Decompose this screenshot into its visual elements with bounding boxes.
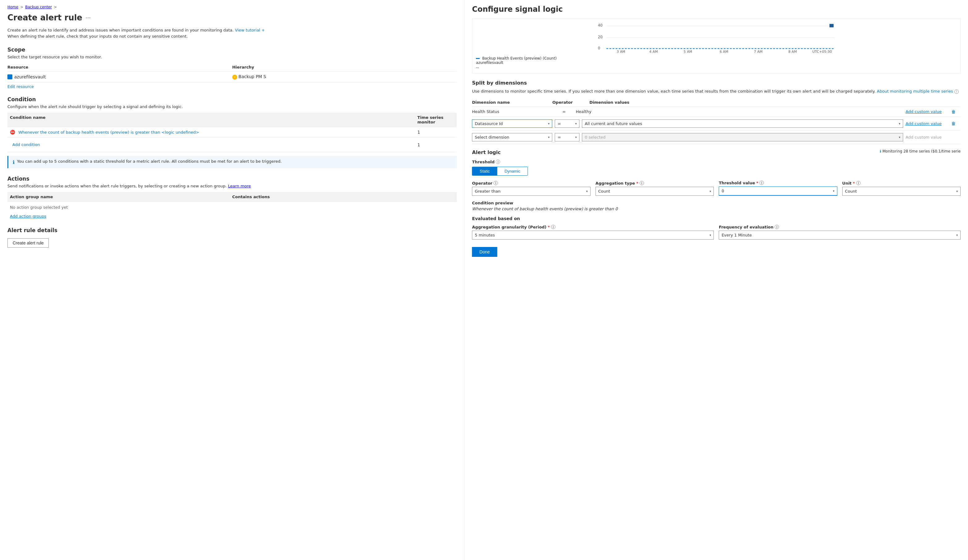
add-action-groups-link[interactable]: Add action groups [7, 213, 49, 220]
page-title: Create alert rule [7, 13, 82, 22]
unit-chevron: ▾ [956, 190, 958, 193]
breadcrumb: Home > Backup center > [7, 5, 457, 9]
aggregation-type-label: Aggregation type * i [595, 181, 714, 185]
freq-evaluation-select[interactable]: Every 1 Minute ▾ [719, 231, 961, 240]
alert-logic-section: Alert logic ℹ Monitoring 28 time series … [472, 149, 961, 257]
breadcrumb-sep1: > [20, 5, 23, 9]
aggregation-type-select[interactable]: Count ▾ [595, 187, 714, 196]
agg-gran-info-icon[interactable]: i [551, 225, 555, 229]
hierarchy-icon: ⚡ [232, 75, 237, 80]
threshold-value-input[interactable]: 0 ▾ [719, 187, 837, 196]
learn-more-link[interactable]: Learn more [228, 184, 251, 188]
add-condition-link[interactable]: Add condition [10, 140, 417, 149]
unit-group: Unit * i Count ▾ [842, 181, 961, 196]
health-status-operator: = [555, 109, 573, 114]
chart-legend: Backup Health Events (preview) (Count) a… [476, 56, 956, 65]
dim-row-health-status: Health Status = Healthy Add custom value… [472, 107, 961, 117]
dim-header-values: Dimension values [589, 100, 961, 105]
condition-section: Condition Configure when the alert rule … [7, 96, 457, 168]
left-panel: Home > Backup center > Create alert rule… [0, 0, 464, 560]
split-by-dimensions: Split by dimensions Use dimensions to mo… [472, 80, 961, 144]
dynamic-toggle-btn[interactable]: Dynamic [497, 167, 528, 175]
operator-select[interactable]: Greater than ▾ [472, 187, 590, 196]
unit-select[interactable]: Count ▾ [842, 187, 961, 196]
datasource-value-select[interactable]: All current and future values ▾ [582, 119, 903, 128]
datasource-operator-select[interactable]: = ▾ [555, 119, 579, 128]
datasource-dim-select[interactable]: Datasource Id ▾ [472, 119, 552, 128]
freq-evaluation-group: Frequency of evaluation i Every 1 Minute… [719, 225, 961, 240]
freq-evaluation-label: Frequency of evaluation i [719, 225, 961, 230]
datasource-add-custom-link[interactable]: Add custom value [906, 121, 949, 126]
svg-text:7 AM: 7 AM [754, 50, 762, 53]
no-action-text: No action group selected yet [7, 202, 457, 213]
threshold-info-icon[interactable]: i [496, 160, 500, 164]
unit-label: Unit * i [842, 181, 961, 185]
thresh-info-icon[interactable]: i [759, 181, 764, 185]
freq-info-icon[interactable]: i [775, 225, 779, 229]
condition-link[interactable]: Whenever the count of backup health even… [18, 130, 199, 135]
condition-preview-text: Whenever the count of backup health even… [472, 206, 961, 211]
agg-granularity-select[interactable]: 5 minutes ▾ [472, 231, 714, 240]
actions-title: Actions [7, 176, 457, 182]
right-panel-title: Configure signal logic [472, 5, 961, 13]
threshold-value-text: 0 [721, 188, 830, 193]
operator-info-icon[interactable]: i [494, 181, 498, 185]
actions-section: Actions Send notifications or invoke act… [7, 176, 457, 220]
page-title-row: Create alert rule ··· [7, 13, 457, 22]
info-icon: ℹ [13, 159, 15, 165]
done-button[interactable]: Done [472, 247, 497, 257]
agg-gran-chevron: ▾ [709, 233, 711, 237]
condition-header-monitor: Time series monitor [417, 115, 454, 124]
create-alert-rule-button[interactable]: Create alert rule [7, 238, 49, 248]
add-condition-count: 1 [417, 142, 454, 147]
dim-row-select: Select dimension ▾ = ▾ 0 selected ▾ Add … [472, 131, 961, 144]
legend-title: Backup Health Events (preview) (Count) [482, 56, 557, 61]
edit-resource-link[interactable]: Edit resource [7, 84, 34, 89]
health-add-custom-link[interactable]: Add custom value [906, 109, 949, 114]
select-dimension-box[interactable]: Select dimension ▾ [472, 133, 552, 141]
dim-table-header: Dimension name Operator Dimension values [472, 98, 961, 107]
condition-row[interactable]: ⛔ Whenever the count of backup health ev… [7, 127, 457, 137]
eval-row: Aggregation granularity (Period) * i 5 m… [472, 225, 961, 240]
operator-chevron: ▾ [575, 122, 577, 126]
agg-select-chevron: ▾ [709, 190, 711, 193]
condition-count: 1 [417, 130, 454, 135]
add-condition-row[interactable]: Add condition 1 [7, 137, 457, 152]
select-dim-value[interactable]: 0 selected ▾ [582, 133, 903, 141]
create-btn-row: Create alert rule [7, 238, 457, 248]
scope-row: azurefilesvault ⚡ Backup PM S [7, 72, 457, 83]
breadcrumb-home[interactable]: Home [7, 5, 18, 9]
evaluated-title: Evaluated based on [472, 216, 961, 221]
view-tutorial-link[interactable]: View tutorial + [235, 28, 265, 32]
resource-name: azurefilesvault [7, 74, 232, 79]
unit-info-icon[interactable]: i [856, 181, 860, 185]
thresh-input-chevron: ▾ [833, 189, 835, 193]
dimension-table: Dimension name Operator Dimension values… [472, 98, 961, 144]
operator-select-chevron: ▾ [586, 190, 588, 193]
breadcrumb-backup-center[interactable]: Backup center [25, 5, 52, 9]
scope-table-header: Resource Hierarchy [7, 63, 457, 72]
legend-dot [476, 58, 480, 59]
condition-info-box: ℹ You can add up to 5 conditions with a … [7, 156, 457, 168]
info-circle-icon: i [955, 89, 959, 94]
about-monitoring-link[interactable]: About monitoring multiple time series [877, 89, 953, 94]
static-toggle-btn[interactable]: Static [472, 167, 497, 175]
svg-text:8 AM: 8 AM [788, 50, 797, 53]
more-options-icon[interactable]: ··· [85, 15, 91, 21]
dim-header-name: Dimension name [472, 100, 552, 105]
scope-desc: Select the target resource you wish to m… [7, 55, 457, 59]
select-dim-operator[interactable]: = ▾ [555, 133, 579, 141]
agg-granularity-group: Aggregation granularity (Period) * i 5 m… [472, 225, 714, 240]
monitoring-info: ℹ Monitoring 28 time series ($0.1/time s… [880, 149, 961, 154]
description: Create an alert rule to identify and add… [7, 27, 457, 39]
condition-preview-title: Condition preview [472, 201, 961, 205]
health-delete-icon[interactable]: 🗑 [951, 109, 961, 114]
select-dim-chevron: ▾ [548, 135, 549, 139]
alert-details-section: Alert rule details [7, 227, 457, 233]
svg-text:20: 20 [598, 35, 603, 39]
scope-section: Scope Select the target resource you wis… [7, 46, 457, 89]
right-panel: Configure signal logic 40 20 0 3 AM 4 AM… [464, 0, 968, 560]
error-icon: ⛔ [10, 130, 15, 135]
agg-info-icon[interactable]: i [640, 181, 644, 185]
datasource-delete-icon[interactable]: 🗑 [951, 121, 961, 126]
